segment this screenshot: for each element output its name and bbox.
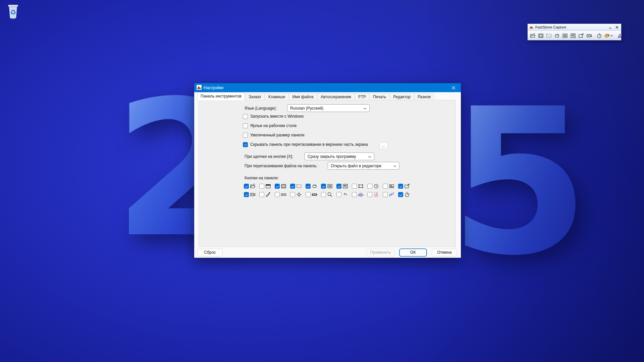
close-icon[interactable] [614,25,620,29]
option-label-3: Скрывать панель при перетаскивании в вер… [250,142,368,147]
panel-button-magnifier [321,192,333,197]
toolbar-scrolling-window-button[interactable] [569,32,577,40]
svg-text:♻: ♻ [10,8,16,16]
panel-checkbox-magnifier[interactable] [321,192,326,197]
panel-checkbox-rect-region[interactable] [290,184,295,189]
panel-button-open-file [244,183,256,189]
language-select[interactable]: Russian (Русский) [287,104,370,112]
chevron-down-icon [363,106,367,111]
window-object-icon [281,183,286,189]
panel-checkbox-join-images[interactable] [383,192,388,197]
reset-button[interactable]: Сброс [197,249,223,256]
minimize-button[interactable] [608,25,613,29]
faststone-titlebar[interactable]: FastStone Capture [528,24,621,31]
panel-checkbox-editor[interactable] [398,184,403,189]
panel-checkbox-text-box[interactable] [383,184,388,189]
screen-recorder-icon [250,192,256,197]
delay-clock-icon [373,183,379,189]
panel-checkbox-stopwatch[interactable] [398,192,403,197]
toolbar-rect-region-button[interactable] [545,32,553,40]
toolbar-screen-recorder-button[interactable] [585,32,593,40]
cancel-button[interactable]: Отмена [432,249,457,256]
option-row-3[interactable]: Скрывать панель при перетаскивании в вер… [243,141,368,147]
settings-dialog: Настройки Панель инструментовЗахватКлави… [194,83,461,258]
panel-checkbox-fixed-region[interactable] [352,184,357,189]
close-click-label: При щелчке на кнопке [X]: [245,154,293,159]
color-picker-icon [265,192,271,197]
panel-button-scrolling-window [336,183,348,189]
faststone-logo-icon [529,25,534,30]
panel-checkbox-pdf[interactable] [367,192,372,197]
option-row-1[interactable]: Ярлык на рабочем столе [243,123,297,129]
stopwatch-icon [404,192,410,197]
panel-button-scanner [352,192,364,197]
bar-icon [312,192,317,197]
option-row-2[interactable]: Увеличенный размер панели [243,132,304,138]
option-checkbox-1[interactable] [243,123,248,128]
screen-ruler-icon [281,192,286,197]
toolbar-open-file-button[interactable] [529,32,537,40]
panel-checkbox-full-screen[interactable] [321,184,326,189]
language-label: Язык (Language): [245,106,277,111]
wallpaper-numeral-5: 5 [449,82,589,283]
option-label-1: Ярлык на рабочем столе [250,123,297,128]
ok-button[interactable]: OK [399,249,427,256]
panel-button-screen-recorder [244,192,256,197]
chevron-down-icon [368,154,371,159]
panel-checkbox-screen-recorder[interactable] [244,192,249,197]
option-checkbox-3[interactable] [243,142,248,147]
option-label-0: Запускать вместе с Windows [250,114,304,119]
toolbar-editor-button[interactable] [577,32,585,40]
toolbar-freehand-region-button[interactable] [553,32,561,40]
panel-button-active-window [259,183,271,189]
panel-checkbox-scrolling-window[interactable] [336,184,341,189]
language-value: Russian (Русский) [290,106,363,111]
magnifier-icon [327,192,333,197]
tab-0[interactable]: Панель инструментов [197,92,245,100]
panel-checkbox-freehand-region[interactable] [306,184,311,189]
scanner-icon [358,192,364,197]
panel-checkbox-scanner[interactable] [352,192,357,197]
panel-buttons-label: Кнопки на панели: [245,176,279,180]
apply-button[interactable]: Применить [366,249,395,256]
editor-icon [404,183,410,189]
full-screen-icon [327,183,333,189]
close-click-select[interactable]: Сразу закрыть программу [305,153,374,160]
option-checkbox-0[interactable] [243,114,248,119]
faststone-capture-toolbar-window: FastStone Capture [527,23,622,41]
panel-button-fixed-region [352,183,364,189]
panel-checkbox-color-picker[interactable] [259,192,264,197]
fixed-region-icon [358,183,364,189]
panel-checkbox-curved-arrow[interactable] [336,192,341,197]
toolbar-stopwatch-button[interactable] [595,32,603,40]
hide-panel-more-button[interactable]: ... [379,142,388,149]
panel-checkbox-open-file[interactable] [244,184,249,189]
faststone-window-title: FastStone Capture [535,25,606,29]
panel-buttons-grid [244,182,414,199]
toolbar-full-screen-button[interactable] [561,32,569,40]
panel-checkbox-crosshair[interactable] [290,192,295,197]
freehand-region-icon [312,183,317,189]
drag-file-select[interactable]: Открыть файл в редакторе [328,162,399,170]
panel-checkbox-window-object[interactable] [275,184,280,189]
option-label-2: Увеличенный размер панели [250,133,304,137]
toolbar-settings-button[interactable] [616,32,624,40]
recycle-bin-icon[interactable]: ♻ [5,3,21,20]
panel-button-pdf [367,192,379,197]
panel-checkbox-screen-ruler[interactable] [275,192,280,197]
option-row-0[interactable]: Запускать вместе с Windows [243,113,304,119]
panel-button-curved-arrow [336,192,348,197]
chevron-down-icon [393,164,396,168]
panel-checkbox-bar[interactable] [306,192,311,197]
panel-button-stopwatch [398,192,410,197]
toolbar-window-object-button[interactable] [537,32,545,40]
pdf-icon [373,192,379,197]
panel-button-crosshair [290,192,302,197]
panel-checkbox-delay-clock[interactable] [367,184,372,189]
panel-checkbox-active-window[interactable] [259,184,264,189]
active-window-icon [265,183,271,189]
crosshair-icon [296,192,302,197]
option-checkbox-2[interactable] [243,133,248,138]
drag-file-value: Открыть файл в редакторе [331,164,393,168]
toolbar-palette-button[interactable] [603,32,614,40]
